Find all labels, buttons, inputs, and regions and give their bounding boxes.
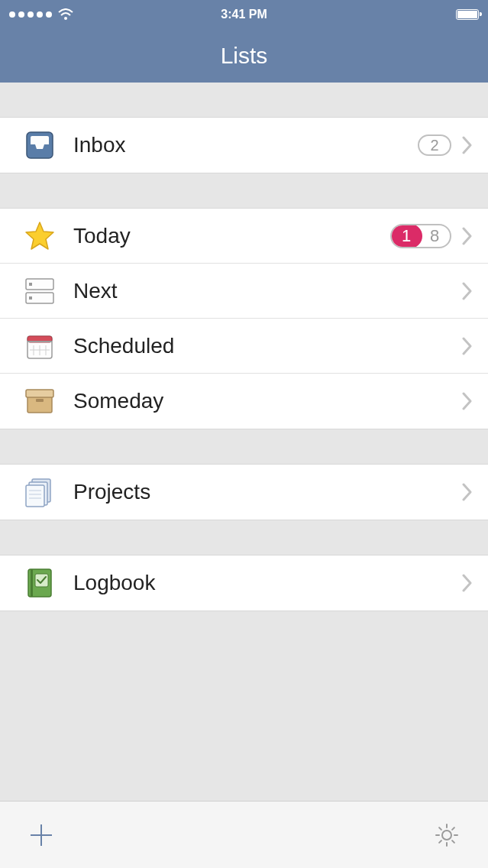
svg-rect-19 xyxy=(26,485,44,507)
svg-rect-6 xyxy=(29,296,32,300)
calendar-icon xyxy=(23,329,57,363)
next-label: Next xyxy=(73,279,451,303)
list-item-someday[interactable]: Someday xyxy=(0,374,488,429)
today-badge-due: 1 xyxy=(390,224,422,248)
chevron-right-icon xyxy=(462,227,473,245)
inbox-icon xyxy=(23,128,57,162)
scheduled-label: Scheduled xyxy=(73,334,451,358)
svg-rect-24 xyxy=(31,569,33,597)
bottom-toolbar xyxy=(0,801,488,868)
list-item-scheduled[interactable]: Scheduled xyxy=(0,319,488,374)
chevron-right-icon xyxy=(462,574,473,592)
add-button[interactable] xyxy=(24,818,58,852)
box-icon xyxy=(23,384,57,418)
someday-label: Someday xyxy=(73,389,451,413)
inbox-badge: 2 xyxy=(418,134,451,156)
chevron-right-icon xyxy=(462,483,473,501)
list-item-next[interactable]: Next xyxy=(0,264,488,319)
svg-rect-4 xyxy=(29,283,32,286)
nav-title-bar: Lists xyxy=(0,29,488,83)
list-item-inbox[interactable]: Inbox 2 xyxy=(0,118,488,173)
status-bar: 3:41 PM xyxy=(0,0,488,29)
logbook-label: Logbook xyxy=(73,571,451,595)
page-title: Lists xyxy=(221,43,268,69)
settings-button[interactable] xyxy=(430,818,464,852)
wifi-icon xyxy=(58,8,73,21)
chevron-right-icon xyxy=(462,337,473,355)
svg-point-28 xyxy=(442,831,451,840)
status-right xyxy=(456,9,479,20)
next-icon xyxy=(23,274,57,308)
gear-icon xyxy=(432,821,461,850)
chevron-right-icon xyxy=(462,136,473,154)
today-badge: 1 8 xyxy=(390,224,451,248)
inbox-label: Inbox xyxy=(73,133,418,157)
status-time: 3:41 PM xyxy=(221,8,267,21)
list-item-projects[interactable]: Projects xyxy=(0,465,488,520)
list-item-today[interactable]: Today 1 8 xyxy=(0,209,488,264)
projects-icon xyxy=(23,475,57,509)
content-area: Inbox 2 Today 1 8 xyxy=(0,83,488,611)
status-left xyxy=(9,8,73,21)
chevron-right-icon xyxy=(462,282,473,300)
today-label: Today xyxy=(73,224,390,248)
projects-label: Projects xyxy=(73,480,451,504)
plus-icon xyxy=(27,821,55,849)
star-icon xyxy=(23,219,57,253)
list-item-logbook[interactable]: Logbook xyxy=(0,555,488,611)
signal-dots-icon xyxy=(9,11,52,18)
today-badge-total: 8 xyxy=(422,226,450,246)
battery-icon xyxy=(456,9,479,20)
logbook-icon xyxy=(23,566,57,600)
svg-rect-9 xyxy=(27,341,52,342)
svg-rect-16 xyxy=(36,399,44,402)
chevron-right-icon xyxy=(462,392,473,410)
svg-point-0 xyxy=(64,17,67,20)
svg-rect-15 xyxy=(26,390,53,397)
